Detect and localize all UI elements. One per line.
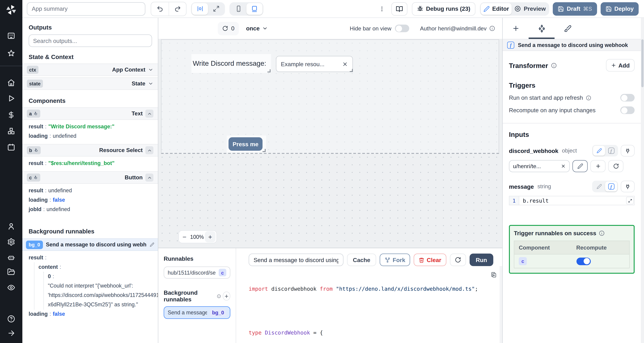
add-resource-button[interactable] (590, 160, 606, 172)
resource-picker[interactable]: u/henri/te... (509, 160, 570, 172)
connect-plug-button[interactable] (621, 181, 634, 192)
mobile-view-button[interactable] (230, 3, 246, 14)
chevron-down-icon[interactable] (148, 81, 154, 86)
debug-runs-button[interactable]: Debug runs (23) (412, 2, 475, 16)
search-outputs-input[interactable] (28, 34, 152, 47)
static-editor-pencil-button[interactable] (593, 182, 605, 192)
undo-button[interactable] (151, 2, 168, 16)
zoom-out-button[interactable]: − (179, 231, 190, 243)
edit-resource-button[interactable] (572, 160, 588, 172)
schedules-icon[interactable] (7, 143, 15, 151)
reload-code-button[interactable] (450, 254, 466, 266)
expand-editor-button[interactable] (626, 197, 634, 204)
apps-icon[interactable] (7, 32, 15, 40)
hand-pointer-icon (34, 111, 38, 116)
resize-handle[interactable] (268, 69, 270, 72)
add-background-runnable-button[interactable] (223, 292, 230, 300)
zoom-in-button[interactable]: + (205, 231, 216, 242)
run-button[interactable]: Run (470, 254, 493, 266)
edit-pencil-icon[interactable] (150, 242, 154, 247)
runnable-name-input[interactable] (249, 254, 344, 266)
runnable-item-hub[interactable]: hub/1511/discord/se... c (164, 266, 230, 278)
runnable-item-bg0-selected[interactable]: Send a message... bg_0 (164, 306, 230, 319)
app-summary-input[interactable] (27, 2, 145, 16)
copy-clipboard-icon[interactable] (490, 272, 497, 278)
help-icon[interactable] (7, 315, 15, 323)
refresh-resource-button[interactable] (608, 160, 624, 172)
workers-robot-icon[interactable] (7, 254, 15, 262)
tab-editor[interactable]: Editor (480, 3, 512, 14)
info-icon[interactable] (599, 230, 605, 236)
canvas-text-component[interactable]: Write Discord message: (192, 54, 271, 73)
components-diamonds-icon (538, 24, 546, 33)
code-scrollbar[interactable] (500, 266, 502, 343)
chevron-down-icon[interactable] (148, 67, 154, 72)
clear-x-icon[interactable] (342, 61, 348, 67)
run-on-start-toggle[interactable] (620, 94, 634, 102)
resize-handle[interactable] (262, 149, 266, 152)
output-row-ctx[interactable]: ctx App Context (22, 64, 158, 76)
triggers-title: Triggers (509, 82, 634, 89)
user-icon[interactable] (7, 222, 15, 230)
output-row-bg0[interactable]: bg_0 Send a message to discord using web… (22, 238, 158, 251)
recompute-c-toggle[interactable] (576, 258, 591, 265)
preview-eye-icon (514, 5, 521, 12)
fullscreen-layout-button[interactable] (208, 3, 224, 14)
canvas-resource-select[interactable]: Example resou... (276, 56, 353, 72)
tab-styling[interactable] (554, 18, 580, 39)
collapse-chevron-up-icon[interactable] (145, 110, 154, 118)
redo-button[interactable] (168, 2, 186, 16)
window-scrollbar[interactable] (641, 18, 644, 343)
tab-preview[interactable]: Preview (512, 3, 548, 14)
home-icon[interactable] (7, 79, 15, 87)
fork-button[interactable]: Fork (380, 254, 410, 266)
collapse-chevron-up-icon[interactable] (145, 146, 154, 154)
output-row-component-b[interactable]: b Resource Select (22, 144, 158, 156)
eval-editor-button[interactable]: f (605, 146, 617, 156)
info-icon[interactable] (551, 62, 557, 68)
output-row-state[interactable]: state State (22, 77, 158, 90)
message-expression-editor[interactable]: 1 b.result (509, 196, 634, 205)
refresh-counter[interactable]: 0 (218, 22, 239, 35)
info-icon[interactable] (217, 294, 221, 298)
variables-icon[interactable] (7, 111, 15, 119)
resize-handle[interactable] (350, 69, 353, 72)
info-icon[interactable] (586, 95, 591, 100)
scrollbar-thumb[interactable] (641, 39, 644, 87)
docs-book-button[interactable] (391, 2, 407, 16)
center-layout-button[interactable] (192, 3, 208, 14)
output-row-component-a[interactable]: a Text (22, 107, 158, 120)
hide-bar-toggle[interactable] (395, 24, 409, 32)
clear-button[interactable]: Clear (414, 254, 446, 266)
editor-preview-group: Editor Preview (480, 2, 549, 16)
refresh-icon (455, 257, 461, 263)
more-options-kebab-icon[interactable] (377, 2, 387, 16)
runs-icon[interactable] (7, 94, 15, 102)
schedule-mode-dropdown[interactable]: once (246, 25, 268, 32)
draft-button[interactable]: Draft ⌘S (553, 2, 597, 16)
eval-editor-button[interactable]: f (605, 182, 617, 192)
audit-eye-icon[interactable] (7, 284, 15, 292)
tab-component-settings[interactable] (528, 18, 554, 39)
collapse-chevron-up-icon[interactable] (145, 174, 154, 182)
connect-plug-button[interactable] (621, 145, 634, 156)
desktop-view-button[interactable] (246, 3, 262, 14)
settings-gear-icon[interactable] (7, 238, 15, 246)
runnable-badge-c: c (219, 269, 226, 276)
add-transformer-button[interactable]: Add (606, 59, 634, 72)
deploy-button[interactable]: Deploy (600, 2, 639, 16)
folders-icon[interactable] (7, 268, 15, 276)
favorites-star-icon[interactable] (7, 49, 15, 57)
output-row-component-c[interactable]: c Button (22, 171, 158, 184)
resources-icon[interactable] (7, 127, 15, 135)
clear-x-icon[interactable] (561, 164, 566, 168)
static-editor-pencil-button[interactable] (593, 146, 605, 156)
info-icon[interactable] (489, 26, 495, 31)
app-canvas[interactable]: Write Discord message: Example resou... … (158, 39, 502, 248)
tab-insert-component[interactable] (503, 18, 528, 39)
cache-button[interactable]: Cache (347, 254, 376, 266)
collapse-arrow-icon[interactable] (7, 329, 15, 337)
recompute-toggle[interactable] (620, 106, 634, 114)
press-me-button[interactable]: Press me (228, 137, 262, 151)
code-content[interactable]: import discordwebhook from "https://deno… (249, 271, 502, 343)
